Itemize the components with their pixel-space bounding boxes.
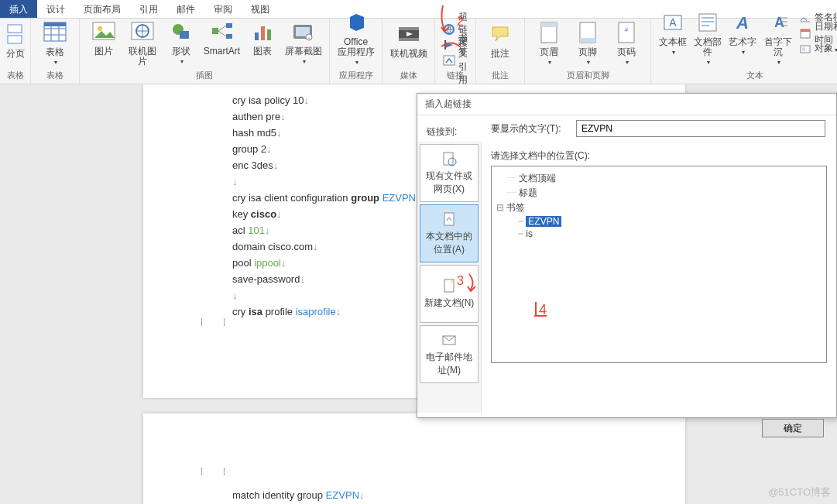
- shapes-icon: [169, 19, 194, 44]
- svg-rect-29: [444, 56, 455, 65]
- shapes-button[interactable]: 形状▾: [162, 18, 201, 67]
- pagenum-icon: #: [614, 20, 639, 45]
- svg-rect-38: [699, 14, 716, 31]
- tab-layout[interactable]: 页面布局: [74, 0, 130, 18]
- comment-icon: [488, 22, 513, 46]
- parts-button[interactable]: 文档部件▾: [689, 9, 726, 68]
- chart-button[interactable]: 图表: [243, 18, 282, 58]
- online-picture-button[interactable]: 联机图片: [123, 18, 162, 68]
- linkto-new-doc[interactable]: 新建文档(N): [420, 265, 479, 323]
- svg-text:+: +: [307, 36, 310, 40]
- tab-mailings[interactable]: 邮件: [167, 0, 204, 18]
- display-text-input[interactable]: [576, 120, 825, 137]
- linkto-this-doc[interactable]: 本文档中的位置(A): [420, 204, 479, 262]
- table-icon: [43, 20, 67, 45]
- doc-location-icon: [441, 211, 457, 227]
- svg-rect-19: [267, 29, 271, 40]
- group-label-media: 媒体: [400, 68, 417, 84]
- svg-rect-17: [255, 33, 259, 40]
- tab-insert[interactable]: 插入: [0, 0, 37, 18]
- dialog-title: 插入超链接: [417, 94, 836, 115]
- comment-button[interactable]: 批注: [481, 20, 520, 60]
- office-apps-icon: [344, 10, 369, 35]
- dropcap-icon: A: [766, 10, 791, 35]
- svg-rect-1: [8, 36, 22, 43]
- page-margin-marker: [201, 318, 225, 326]
- table-button[interactable]: 表格▾: [36, 19, 74, 68]
- dropcap-button[interactable]: A首字下沉▾: [760, 9, 796, 68]
- svg-text:#: #: [625, 26, 629, 33]
- tree-bookmarks[interactable]: ⊟ 书签: [496, 201, 822, 215]
- object-button[interactable]: 对象▾: [796, 41, 837, 57]
- linkto-panel: 现有文件或网页(X) 本文档中的位置(A) 新建文档(N) 电子邮件地址(M): [417, 142, 482, 413]
- group-label-comments: 批注: [492, 68, 509, 84]
- textbox-icon: A: [660, 10, 685, 35]
- svg-rect-16: [226, 34, 232, 39]
- tab-design[interactable]: 设计: [37, 0, 74, 18]
- object-icon: [799, 43, 811, 55]
- tree-doc-top[interactable]: ┈ 文档顶端: [496, 171, 822, 186]
- group-label-table: 表格: [46, 68, 63, 84]
- watermark: @51CTO博客: [768, 485, 831, 499]
- video-icon: [396, 22, 421, 46]
- group-label-apps: 应用程序: [339, 68, 373, 84]
- svg-rect-14: [212, 28, 218, 34]
- footer-icon: [575, 20, 600, 45]
- page-break-button[interactable]: 分页: [2, 20, 29, 60]
- screenshot-icon: +: [291, 19, 316, 44]
- footer-button[interactable]: 页脚▾: [568, 19, 607, 68]
- wordart-icon: A: [730, 10, 755, 35]
- group-label-links: 链接: [447, 68, 464, 84]
- display-text-label: 要显示的文字(T):: [491, 122, 576, 135]
- linkto-existing-file[interactable]: 现有文件或网页(X): [420, 144, 479, 202]
- new-doc-icon: [441, 278, 457, 293]
- ok-button[interactable]: 确定: [762, 419, 824, 437]
- pagenum-button[interactable]: #页码▾: [607, 19, 646, 68]
- svg-rect-51: [802, 47, 805, 51]
- header-button[interactable]: 页眉▾: [530, 19, 568, 68]
- svg-rect-7: [44, 22, 66, 26]
- picture-button[interactable]: 图片: [84, 18, 123, 58]
- office-apps-button[interactable]: Office 应用程序▾: [334, 9, 377, 68]
- svg-rect-15: [226, 23, 232, 28]
- select-location-label: 请选择文档中的位置(C):: [491, 149, 827, 163]
- page-break-icon: [3, 22, 28, 46]
- online-picture-icon: [130, 19, 155, 44]
- datetime-button[interactable]: 日期和时间: [796, 26, 837, 41]
- svg-rect-26: [399, 38, 419, 41]
- location-tree[interactable]: ┈ 文档顶端 ┈ 标题 ⊟ 书签 ┈ EZVPN ┈ is: [491, 166, 827, 363]
- tab-references[interactable]: 引用: [130, 0, 167, 18]
- tree-bookmark-ezvpn[interactable]: ┈ EZVPN: [496, 215, 822, 228]
- datetime-icon: [799, 27, 811, 39]
- tab-review[interactable]: 审阅: [204, 0, 242, 18]
- tab-view[interactable]: 视图: [242, 0, 279, 18]
- group-label-tables: 表格: [7, 68, 24, 84]
- email-icon: [441, 332, 457, 348]
- svg-rect-54: [444, 213, 454, 225]
- page-margin-marker: [201, 468, 225, 475]
- bookmark-icon: [443, 39, 455, 51]
- svg-point-9: [98, 26, 102, 31]
- group-label-headerfooter: 页眉和页脚: [567, 68, 609, 84]
- chart-icon: [250, 19, 275, 44]
- crossref-button[interactable]: 交叉引用: [440, 53, 471, 68]
- parts-icon: [695, 10, 720, 35]
- tree-headings[interactable]: ┈ 标题: [496, 186, 822, 201]
- dropdown-icon: ▾: [54, 60, 57, 67]
- header-icon: [537, 20, 561, 45]
- insert-hyperlink-dialog: 插入超链接 链接到: 要显示的文字(T): 现有文件或网页(X) 本文档中的位置…: [417, 93, 837, 418]
- wordart-button[interactable]: A艺术字▾: [726, 9, 760, 58]
- tree-bookmark-is[interactable]: ┈ is: [496, 228, 822, 240]
- screenshot-button[interactable]: +屏幕截图▾: [282, 18, 324, 67]
- svg-rect-25: [399, 27, 419, 30]
- textbox-button[interactable]: A文本框▾: [656, 9, 689, 58]
- linkto-email[interactable]: 电子邮件地址(M): [420, 325, 479, 383]
- globe-page-icon: [441, 151, 457, 166]
- sigline-icon: [799, 12, 811, 24]
- smartart-button[interactable]: SmartArt: [201, 18, 243, 58]
- svg-rect-49: [801, 29, 810, 32]
- svg-text:A: A: [736, 13, 749, 33]
- linkto-label: 链接到:: [417, 119, 491, 139]
- smartart-icon: [210, 19, 235, 44]
- online-video-button[interactable]: 联机视频: [387, 20, 430, 60]
